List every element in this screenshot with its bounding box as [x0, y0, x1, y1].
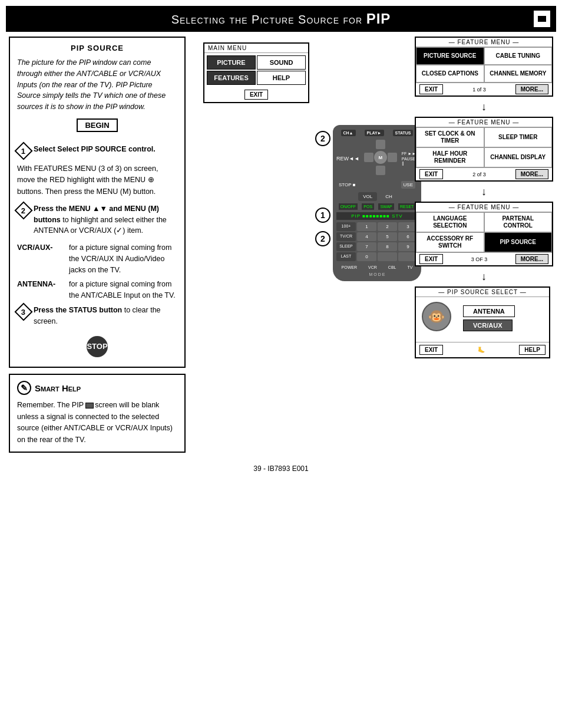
remote-ch-selector[interactable]: CH — [382, 192, 396, 201]
remote-power-btn[interactable]: POWER — [339, 263, 359, 271]
menu-btn-picture-source[interactable]: PICTURE SOURCE — [416, 47, 484, 65]
main-menu-btn-features[interactable]: FEATURES — [207, 71, 256, 85]
feature-menu-2-title: — FEATURE MENU — — [416, 118, 552, 127]
menu-1-footer: EXIT 1 of 3 MORE... — [416, 83, 552, 95]
page-footer: 39 - IB7893 E001 — [6, 453, 556, 479]
menu-btn-closed-captions[interactable]: CLOSED CAPTIONS — [416, 65, 484, 83]
remote-pos-btn[interactable]: POS — [362, 203, 374, 210]
menu-btn-set-clock[interactable]: SET CLOCK & ON TIMER — [416, 127, 484, 147]
screen-icon — [85, 403, 94, 409]
remote-last-btn[interactable]: LAST — [336, 252, 356, 261]
pip-text-block: With FEATURES MENU (3 of 3) on screen, m… — [17, 163, 177, 197]
smart-help-label: Smart Help — [35, 383, 81, 393]
smart-help-box: ✎ Smart Help Remember. The PIP screen wi… — [9, 374, 186, 453]
remote-8-btn[interactable]: 8 — [378, 242, 397, 251]
menu-2-grid: SET CLOCK & ON TIMER SLEEP TIMER HALF HO… — [416, 127, 552, 167]
main-content: PIP SOURCE The picture for the PIP windo… — [6, 37, 556, 453]
menu-2-more[interactable]: MORE... — [515, 169, 548, 179]
menu-btn-accessory[interactable]: ACCESSORY RF SWITCH — [416, 232, 484, 252]
step-2-number: 2 — [21, 206, 25, 215]
main-menu-btn-picture[interactable]: PICTURE — [207, 55, 256, 70]
remote-status-btn[interactable]: STATUS — [393, 130, 414, 136]
vcr-label: VCR/AUX- — [17, 242, 64, 275]
menu-btn-parental[interactable]: PARTENAL CONTROL — [484, 212, 553, 232]
page: Selecting the Picture Source for PIP PIP… — [0, 0, 562, 728]
pip-select-title: — PIP SOURCE SELECT — — [416, 288, 549, 297]
main-menu-btn-sound[interactable]: SOUND — [257, 55, 306, 70]
left-panel: PIP SOURCE The picture for the PIP windo… — [9, 37, 186, 453]
menu-1-more[interactable]: MORE... — [515, 84, 548, 94]
remote-1-btn[interactable]: 1 — [357, 222, 376, 231]
smart-help-title: ✎ Smart Help — [17, 381, 177, 395]
remote-cable-btn[interactable]: CBL — [386, 263, 399, 271]
remote-vol-btn[interactable]: VOL — [358, 192, 377, 201]
pip-bottom-row: EXIT 🦶 HELP — [416, 342, 549, 357]
remote-ch-btn[interactable]: CH▲ — [341, 130, 356, 136]
main-menu-btn-help[interactable]: HELP — [257, 71, 306, 85]
step-2-text: Press the MENU ▲▼ and MENU (M) buttons t… — [34, 203, 177, 236]
main-exit-button[interactable]: EXIT — [244, 90, 268, 100]
remote-dpad-center[interactable]: M — [374, 151, 387, 164]
pip-vcr-btn[interactable]: VCR/AUX — [463, 319, 513, 331]
remote-dpad-left[interactable] — [364, 153, 373, 162]
smart-help-text: Remember. The PIP screen will be blank u… — [17, 400, 177, 446]
remote-100-btn[interactable]: 100+ — [336, 222, 356, 231]
pip-help-btn[interactable]: HELP — [519, 345, 546, 355]
remote-tvcr-btn[interactable]: TV/CR — [336, 232, 356, 241]
menu-1-exit[interactable]: EXIT — [419, 84, 443, 94]
pip-antenna-btn[interactable]: ANTENNA — [463, 305, 515, 317]
remote-2-btn[interactable]: 2 — [378, 222, 397, 231]
arrow-2: ↓ — [415, 186, 553, 197]
remote-body: CH▲ PLAY► STATUS REW◄◄ — [333, 125, 421, 281]
vcr-row: VCR/AUX- for a picture signal coming fro… — [17, 242, 177, 275]
menu-1-grid: PICTURE SOURCE CABLE TUNING CLOSED CAPTI… — [416, 47, 552, 83]
remote-reset-btn[interactable]: RESET — [398, 203, 415, 210]
menu-2-exit[interactable]: EXIT — [419, 169, 443, 179]
remote-swap-btn[interactable]: SWAP — [378, 203, 394, 210]
remote-tv-btn[interactable]: TV — [405, 263, 415, 271]
remote-dpad: M — [364, 140, 397, 175]
antenna-label: ANTENNA- — [17, 279, 64, 301]
step-1-heading: Select Select PIP SOURCE control. — [34, 145, 156, 153]
menu-btn-sleep-timer[interactable]: SLEEP TIMER — [484, 127, 553, 147]
remote-4-btn[interactable]: 4 — [357, 232, 376, 241]
menu-btn-channel-memory[interactable]: CHANNEL MEMORY — [484, 65, 553, 83]
remote-vcr-btn[interactable]: VCR — [366, 263, 379, 271]
stop-button[interactable]: STOP — [87, 336, 108, 357]
title-prefix: Selecting the Picture Source for — [171, 13, 366, 26]
remote-play-btn[interactable]: PLAY► — [365, 130, 384, 136]
menu-3-footer: EXIT 3 OF 3 MORE... — [416, 252, 552, 265]
remote-onoff-btn[interactable]: ON/OFF — [339, 203, 358, 210]
menu-btn-half-hour[interactable]: HALF HOUR REMINDER — [416, 147, 484, 167]
menu-3-more[interactable]: MORE... — [515, 254, 548, 264]
remote-7-btn[interactable]: 7 — [357, 242, 376, 251]
remote-dpad-right[interactable] — [388, 153, 397, 162]
pip-intro: The picture for the PIP window can come … — [17, 57, 177, 113]
menu-btn-pip-source[interactable]: PIP SOURCE — [484, 232, 553, 252]
step-3-text: Press the STATUS button to clear the scr… — [34, 305, 177, 327]
remote-dpad-up[interactable] — [376, 140, 385, 149]
begin-button[interactable]: BEGIN — [77, 118, 117, 132]
step-1-marker: 1 — [14, 141, 32, 160]
remote-use-btn[interactable]: USE — [401, 181, 415, 189]
pip-select-content: 🐵 ANTENNA VCR/AUX — [416, 297, 549, 342]
remote-sleep-btn[interactable]: SLEEP — [336, 242, 356, 251]
menu-btn-channel-display[interactable]: CHANNEL DISPLAY — [484, 147, 553, 167]
remote-0-btn[interactable]: 0 — [357, 252, 376, 261]
menu-2-footer: EXIT 2 of 3 MORE... — [416, 167, 552, 180]
menu-3-exit[interactable]: EXIT — [419, 254, 443, 264]
remote-numpad: 100+ 1 2 3 TV/CR 4 5 6 SLEEP 7 8 9 — [336, 222, 418, 261]
remote-side-btns: USE — [401, 181, 415, 189]
feature-menu-3-title: — FEATURE MENU — — [416, 203, 552, 212]
feature-menu-3: — FEATURE MENU — LANGUAGE SELECTION PART… — [415, 202, 553, 266]
vcr-desc: for a picture signal coming from the VCR… — [69, 242, 177, 275]
pip-exit-btn[interactable]: EXIT — [419, 345, 443, 355]
remote-dpad-down[interactable] — [376, 166, 385, 175]
pip-option-vcr: VCR/AUX — [463, 319, 515, 331]
remote-top-buttons: CH▲ PLAY► STATUS — [336, 130, 418, 136]
step-2: 2 Press the MENU ▲▼ and MENU (M) buttons… — [17, 203, 177, 236]
menu-btn-cable-tuning[interactable]: CABLE TUNING — [484, 47, 553, 65]
menu-btn-language[interactable]: LANGUAGE SELECTION — [416, 212, 484, 232]
page-icon — [534, 11, 550, 27]
remote-5-btn[interactable]: 5 — [378, 232, 397, 241]
